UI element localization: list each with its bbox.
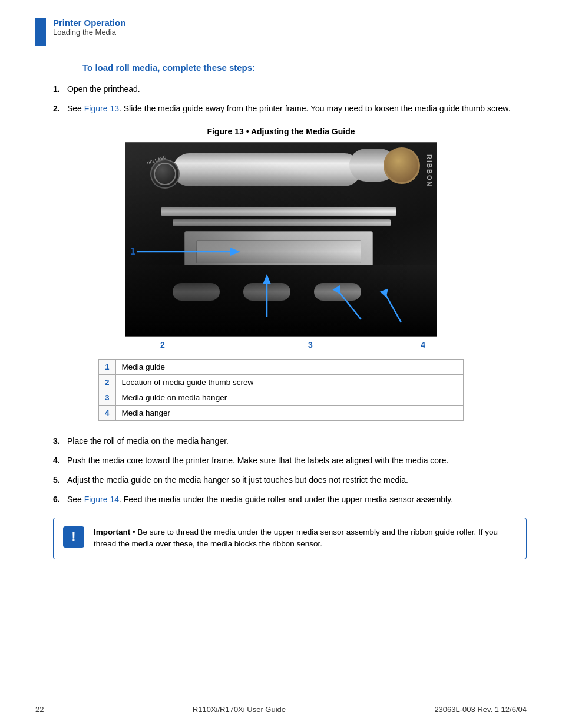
step-4-num: 4. xyxy=(53,454,67,467)
note-text: Important • Be sure to thread the media … xyxy=(94,526,517,551)
figure-labels: 2 3 4 xyxy=(125,340,437,350)
figure-13-link[interactable]: Figure 13 xyxy=(84,104,119,113)
note-separator: • xyxy=(130,528,137,536)
step-1: 1. Open the printhead. xyxy=(53,83,527,95)
table-cell-num-1: 1 xyxy=(99,360,116,375)
table-cell-num-3: 3 xyxy=(99,390,116,406)
table-cell-desc-1: Media guide xyxy=(115,360,463,375)
step-2: 2. See Figure 13. Slide the media guide … xyxy=(53,103,527,115)
important-icon: ! xyxy=(63,526,84,548)
table-row: 4 Media hanger xyxy=(99,406,464,421)
breadcrumb-subtitle: Loading the Media xyxy=(53,28,125,37)
footer-right: 23063L-003 Rev. 1 12/6/04 xyxy=(434,705,527,714)
breadcrumb-accent xyxy=(35,18,46,46)
step-4: 4. Push the media core toward the printe… xyxy=(53,454,527,467)
table-row: 2 Location of media guide thumb screw xyxy=(99,375,464,390)
table-cell-desc-2: Location of media guide thumb screw xyxy=(115,375,463,390)
step-1-text: Open the printhead. xyxy=(67,83,527,95)
step-3: 3. Place the roll of media on the media … xyxy=(53,435,527,447)
breadcrumb-bar: Printer Operation Loading the Media xyxy=(35,18,527,46)
step-6: 6. See Figure 14. Feed the media under t… xyxy=(53,493,527,506)
step-6-num: 6. xyxy=(53,493,67,506)
table-cell-num-4: 4 xyxy=(99,406,116,421)
figure-14-link[interactable]: Figure 14 xyxy=(84,495,119,504)
step-2-text: See Figure 13. Slide the media guide awa… xyxy=(67,103,527,115)
step-2-after: . Slide the media guide away from the pr… xyxy=(119,104,511,113)
table-row: 3 Media guide on media hanger xyxy=(99,390,464,406)
page-footer: 22 R110Xi/R170Xi User Guide 23063L-003 R… xyxy=(35,700,527,714)
figure-label-3: 3 xyxy=(308,340,313,350)
step-6-after: . Feed the media under the media guide r… xyxy=(119,495,453,504)
table-row: 1 Media guide xyxy=(99,360,464,375)
footer-center: R110Xi/R170Xi User Guide xyxy=(193,705,286,714)
reference-table: 1 Media guide 2 Location of media guide … xyxy=(98,359,464,421)
step-5-num: 5. xyxy=(53,474,67,486)
note-body: Be sure to thread the media under the up… xyxy=(94,528,498,548)
step-2-num: 2. xyxy=(53,103,67,115)
step-1-num: 1. xyxy=(53,83,67,95)
figure-caption: Figure 13 • Adjusting the Media Guide xyxy=(207,127,355,136)
note-bold: Important xyxy=(94,528,130,536)
footer-page-num: 22 xyxy=(35,705,44,714)
step-6-text: See Figure 14. Feed the media under the … xyxy=(67,493,527,506)
figure-label-4: 4 xyxy=(421,340,425,350)
steps-list: 1. Open the printhead. 2. See Figure 13.… xyxy=(53,83,527,115)
step-4-text: Push the media core toward the printer f… xyxy=(67,454,527,467)
step-5: 5. Adjust the media guide on the media h… xyxy=(53,474,527,486)
section-heading: To load roll media, complete these steps… xyxy=(82,62,527,73)
table-cell-desc-3: Media guide on media hanger xyxy=(115,390,463,406)
step-5-text: Adjust the media guide on the media hang… xyxy=(67,474,527,486)
figure-container: Figure 13 • Adjusting the Media Guide RE… xyxy=(35,127,527,350)
steps-list-2: 3. Place the roll of media on the media … xyxy=(53,435,527,506)
breadcrumb-title: Printer Operation xyxy=(53,18,125,28)
figure-label-2: 2 xyxy=(160,340,165,350)
ribbon-label: RIBBON xyxy=(426,154,433,187)
diagram-image: RELEASE RIBBON 1 xyxy=(125,142,437,337)
page: Printer Operation Loading the Media To l… xyxy=(0,0,562,728)
step-3-text: Place the roll of media on the media han… xyxy=(67,435,527,447)
table-cell-num-2: 2 xyxy=(99,375,116,390)
table-cell-desc-4: Media hanger xyxy=(115,406,463,421)
step-3-num: 3. xyxy=(53,435,67,447)
note-box: ! Important • Be sure to thread the medi… xyxy=(53,518,527,559)
breadcrumb-text: Printer Operation Loading the Media xyxy=(53,18,125,37)
